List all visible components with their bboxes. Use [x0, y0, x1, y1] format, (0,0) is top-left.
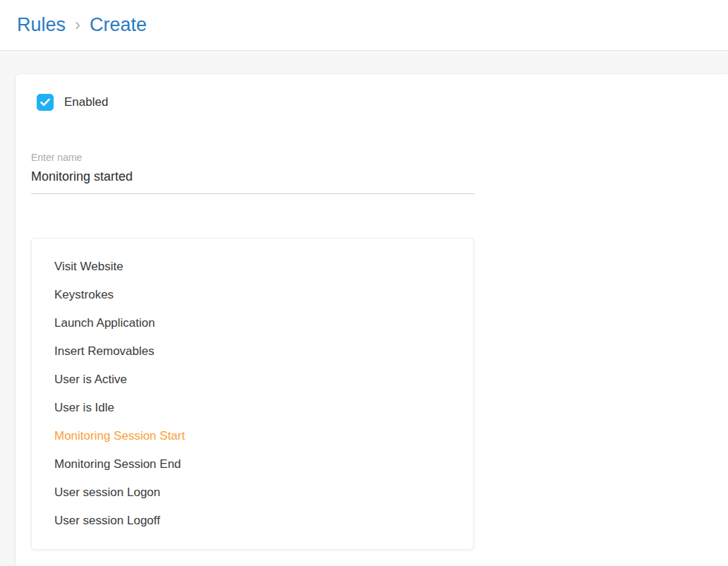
rule-name-label: Enter name: [31, 152, 474, 163]
trigger-list-item[interactable]: Monitoring Session Start: [32, 422, 473, 450]
rule-name-input[interactable]: [31, 169, 474, 194]
trigger-list-item[interactable]: Visit Website: [32, 253, 473, 281]
breadcrumb-create-link[interactable]: Create: [90, 14, 147, 36]
enabled-checkbox[interactable]: [37, 94, 54, 111]
trigger-item-label: User session Logon: [54, 486, 160, 499]
trigger-list-item[interactable]: Monitoring Session End: [32, 450, 473, 478]
breadcrumb-rules-link[interactable]: Rules: [17, 14, 66, 36]
enabled-checkbox-row[interactable]: Enabled: [37, 94, 108, 111]
breadcrumb: Rules › Create: [17, 14, 147, 36]
trigger-item-label: User is Idle: [54, 401, 114, 414]
trigger-item-label: User session Logoff: [54, 514, 160, 527]
trigger-list-item[interactable]: User is Active: [32, 366, 473, 394]
check-icon: [40, 98, 50, 107]
trigger-list-item[interactable]: User session Logon: [32, 478, 473, 507]
trigger-list-item[interactable]: User is Idle: [32, 394, 473, 422]
enabled-checkbox-label: Enabled: [64, 95, 108, 109]
trigger-item-label: User is Active: [54, 373, 127, 386]
trigger-item-label: Monitoring Session End: [54, 457, 181, 471]
page-header: Rules › Create: [0, 0, 728, 51]
trigger-list-item[interactable]: User session Logoff: [32, 507, 473, 535]
trigger-item-label: Insert Removables: [54, 344, 154, 358]
trigger-list: Visit Website Keystrokes Launch Applicat…: [31, 238, 474, 550]
trigger-item-label: Monitoring Session Start: [54, 429, 185, 442]
rule-form-card: Enabled Enter name Visit Website Keystro…: [16, 74, 728, 566]
trigger-list-item[interactable]: Insert Removables: [32, 337, 473, 366]
rule-name-field-group: Enter name: [31, 152, 474, 194]
trigger-list-item[interactable]: Keystrokes: [32, 281, 473, 309]
trigger-item-label: Launch Application: [54, 316, 155, 330]
trigger-list-item[interactable]: Launch Application: [32, 309, 473, 337]
trigger-item-label: Visit Website: [54, 260, 123, 273]
chevron-right-icon: ›: [75, 15, 80, 35]
trigger-item-label: Keystrokes: [54, 288, 114, 301]
